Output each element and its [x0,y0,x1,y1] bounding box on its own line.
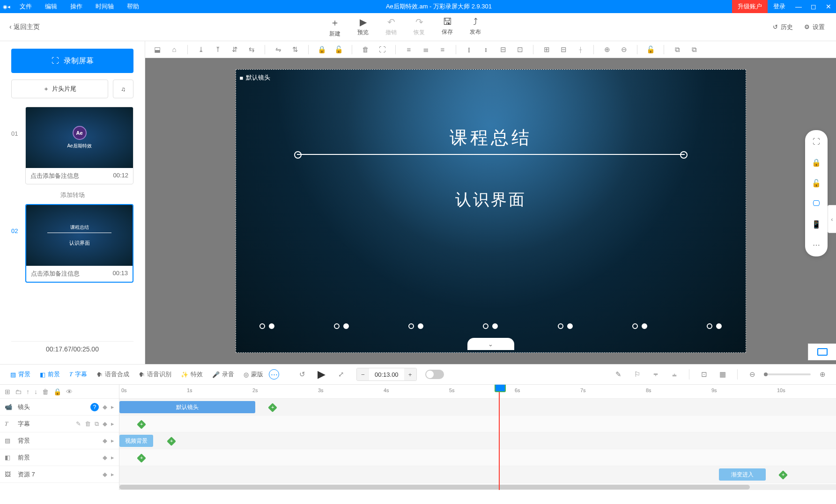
align-right-icon[interactable]: ≡ [436,43,449,56]
canvas-viewport[interactable]: ■ 默认镜头 课程总结 认识界面 ⌄ [145,58,836,364]
arrow-up-icon[interactable]: ↑ [26,388,30,395]
intro-outro-button[interactable]: ＋ 片头片尾 [11,80,108,98]
track-label-shot[interactable]: 📹 镜头 ? ◆ ▸ [0,399,119,416]
zoom-slider[interactable] [764,373,811,375]
folder-icon[interactable]: 🗀 [15,388,22,395]
help-icon[interactable]: ? [90,403,99,411]
rewind-button[interactable]: ↺ [295,367,309,381]
marker-icon[interactable]: ⚐ [630,367,644,381]
keyframe[interactable] [137,420,146,429]
upgrade-button[interactable]: 升级账户 [732,0,768,13]
scene-note[interactable]: 点击添加备注信息 [30,172,79,180]
spacing-v-icon[interactable]: ⊡ [513,43,526,56]
layer-icon[interactable]: ⬓ [151,43,164,56]
clip-video-bg[interactable]: 视频背景 [119,435,153,447]
track-shot[interactable]: 默认镜头 [119,399,836,416]
keyframe[interactable] [268,403,277,412]
settings2-icon[interactable]: ⫨ [667,367,681,381]
device-preview-button[interactable] [808,343,836,360]
track-foreground[interactable] [119,449,836,466]
menu-file[interactable]: 文件 [13,0,38,13]
expand-panel-handle[interactable]: ⌄ [467,338,514,350]
scene-item-1[interactable]: 01 Ae Ae后期特效 点击添加备注信息 00:12 [11,107,133,184]
grid-icon[interactable]: ▦ [716,367,730,381]
flip-v-icon[interactable]: ⇅ [289,43,302,56]
delete-sub-icon[interactable]: 🗑 [85,420,91,427]
add-keyframe-icon[interactable]: ◆ [103,403,107,410]
time-increase-button[interactable]: + [404,368,416,380]
distribute-v-icon[interactable]: ⫾ [480,43,493,56]
expand-icon[interactable]: ▸ [111,420,114,427]
preview-subtitle-text[interactable]: 认识界面 [455,189,526,211]
more-icon[interactable]: ⋯ [809,238,823,252]
timeline-tracks[interactable]: 0s 1s 2s 3s 4s 5s 6s 7s 8s 9s 10s 默认镜头 视… [119,385,836,490]
lock-icon[interactable]: 🔒 [315,43,328,56]
home-icon[interactable]: ⌂ [168,43,181,56]
track-label-foreground[interactable]: ◧ 前景 ◆ ▸ [0,449,119,466]
copy-sub-icon[interactable]: ⧉ [95,420,99,428]
align-bottom-icon[interactable]: ⤓ [194,43,207,56]
keyframe[interactable] [167,437,176,446]
edit-sub-icon[interactable]: ✎ [76,420,81,427]
settings-button[interactable]: ⚙设置 [804,23,825,31]
lock-aspect-icon[interactable]: 🔒 [809,155,823,169]
align-hcenter-icon[interactable]: ⇆ [245,43,258,56]
distribute-h-icon[interactable]: ⫿ [463,43,476,56]
guides-icon[interactable]: ⊞ [540,43,553,56]
scene-note[interactable]: 点击添加备注信息 [31,270,80,278]
menu-timeline[interactable]: 时间轴 [89,0,120,13]
preview-frame[interactable]: ■ 默认镜头 课程总结 认识界面 [236,69,746,353]
scene-item-2[interactable]: 02 课程总结 认识界面 点击添加备注信息 00:13 [11,204,133,283]
menu-edit[interactable]: 编辑 [38,0,64,13]
undo-button[interactable]: ↶撤销 [385,16,397,38]
tab-asr[interactable]: 🗣语音识别 [135,368,175,380]
expand-icon[interactable]: ▸ [111,437,114,444]
keyframe[interactable] [778,470,788,480]
clip-default-shot[interactable]: 默认镜头 [119,401,255,413]
lock-track-icon[interactable]: 🔒 [53,388,61,395]
fullscreen-icon[interactable]: ⛶ [809,135,823,149]
track-resource[interactable]: 渐变进入 [119,466,836,483]
expand-icon[interactable]: ▸ [111,471,114,478]
zoom-in-icon[interactable]: ⊕ [600,43,614,56]
monitor-icon[interactable]: 🖵 [809,197,823,211]
play-button[interactable]: ▶ [318,368,326,380]
align-vcenter-icon[interactable]: ⇵ [228,43,241,56]
fit-icon[interactable]: ⊡ [697,367,711,381]
tab-foreground[interactable]: ◧前景 [36,368,64,380]
scene-card[interactable]: 课程总结 认识界面 点击添加备注信息 00:13 [25,204,133,283]
playhead[interactable] [499,385,500,490]
add-keyframe-icon[interactable]: ◆ [103,471,107,478]
timeline-scrollbar[interactable] [119,484,836,490]
loop-toggle[interactable] [425,370,444,379]
zoom-out-icon[interactable]: ⊖ [617,43,630,56]
music-button[interactable]: ♫ [113,80,133,98]
publish-button[interactable]: ⤴发布 [470,16,481,38]
expand-icon[interactable]: ▸ [111,403,114,410]
record-screen-button[interactable]: ⛶ 录制屏幕 [11,49,133,73]
add-track-icon[interactable]: ⊞ [5,388,10,395]
tab-record-audio[interactable]: 🎤录音 [208,368,238,380]
history-button[interactable]: ↺历史 [773,23,793,31]
fullscreen-play-button[interactable]: ⤢ [334,367,348,381]
maximize-button[interactable]: ◻ [806,0,821,13]
flip-h-icon[interactable]: ⇋ [272,43,285,56]
unlock-aspect-icon[interactable]: 🔓 [809,176,823,190]
back-home-button[interactable]: ‹ 返回主页 [0,23,49,31]
clip-fade-in[interactable]: 渐变进入 [719,468,766,481]
delete-icon[interactable]: 🗑 [359,43,372,56]
redo-button[interactable]: ↷恢复 [414,16,425,38]
keyframe[interactable] [137,453,146,463]
ruler-icon[interactable]: ⟊ [574,43,587,56]
track-subtitle[interactable] [119,416,836,432]
minimize-button[interactable]: — [791,0,806,13]
add-keyframe-icon[interactable]: ◆ [103,420,107,427]
scene-card[interactable]: Ae Ae后期特效 点击添加备注信息 00:12 [25,107,133,184]
save-button[interactable]: 🖫保存 [442,16,453,38]
add-keyframe-icon[interactable]: ◆ [103,437,107,444]
zoom-in-timeline-button[interactable]: ⊕ [815,367,829,381]
track-label-subtitle[interactable]: 𝑇 字幕 ✎ 🗑 ⧉ ◆ ▸ [0,416,119,432]
tab-tts[interactable]: 🗣语音合成 [93,368,133,380]
paste-icon[interactable]: ⧉ [688,43,701,56]
login-button[interactable]: 登录 [768,0,791,13]
